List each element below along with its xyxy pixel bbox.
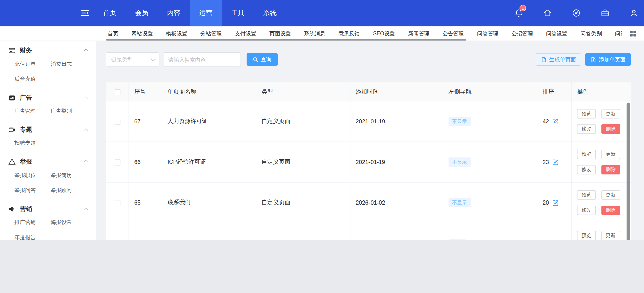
sidebar-item[interactable]: 后台充值	[14, 75, 51, 83]
sub-tab-3[interactable]: 模板设置	[166, 30, 187, 37]
nav-item-2[interactable]: 会员	[126, 0, 158, 26]
preview-button[interactable]: 预览	[577, 150, 596, 159]
edit-icon[interactable]	[552, 199, 559, 206]
actions-cell: 预览更新修改删除	[572, 182, 631, 223]
row-checkbox[interactable]	[115, 160, 120, 166]
sidebar-item[interactable]: 充值订单	[14, 60, 51, 68]
grid-menu-icon[interactable]	[629, 30, 637, 39]
seq-cell: 61	[129, 223, 162, 240]
sidebar-item[interactable]: 招聘专题	[14, 140, 51, 147]
sidebar-item[interactable]: 广告类别	[51, 107, 96, 115]
edit-icon[interactable]	[552, 118, 559, 125]
nav-item-6[interactable]: 系统	[254, 0, 286, 26]
update-button[interactable]: 更新	[601, 150, 620, 159]
vertical-scrollbar[interactable]	[627, 103, 630, 240]
preview-button[interactable]: 预览	[577, 231, 596, 240]
sub-tab-14[interactable]: 问答设置	[546, 30, 567, 37]
chevron-up-icon	[84, 207, 88, 212]
sidebar-sections: 财务充值订单消费日志后台充值AD广告广告管理广告类别专题招聘专题举报举报职位举报…	[0, 40, 96, 240]
sub-tab-9[interactable]: SEO设置	[373, 30, 395, 37]
modify-button[interactable]: 修改	[577, 165, 596, 174]
briefcase-button[interactable]	[600, 8, 610, 19]
row-checkbox[interactable]	[115, 119, 120, 125]
preview-button[interactable]: 预览	[577, 109, 596, 118]
sidebar-section-items: 招聘专题	[0, 137, 96, 147]
chevron-up-icon	[84, 128, 88, 133]
row-checkbox-cell	[106, 101, 129, 142]
sub-tab-15[interactable]: 问答类别	[581, 30, 602, 37]
type-cell: 自定义页面	[256, 223, 350, 240]
row-checkbox[interactable]	[115, 200, 120, 206]
header-checkbox[interactable]	[115, 89, 120, 95]
sub-tab-12[interactable]: 问答管理	[477, 30, 498, 37]
sidebar-item[interactable]: 举报顾问	[51, 187, 96, 194]
sub-tab-1[interactable]: 首页	[107, 30, 118, 37]
nav-item-3[interactable]: 内容	[158, 0, 190, 26]
search-input[interactable]	[163, 52, 241, 66]
sub-tab-5[interactable]: 支付设置	[235, 30, 256, 37]
table-row: 66ICP经营许可证自定义页面2021-01-19不显示23预览更新修改删除	[106, 142, 631, 182]
search-icon	[253, 57, 258, 62]
sub-tab-4[interactable]: 分站管理	[200, 30, 222, 37]
sub-tab-13[interactable]: 公招管理	[512, 30, 533, 37]
home-button[interactable]	[542, 8, 553, 19]
sidebar-item[interactable]: 举报职位	[14, 172, 51, 179]
sidebar-item[interactable]: 举报问答	[14, 187, 51, 194]
sub-tab-6[interactable]: 页面设置	[269, 30, 291, 37]
sidebar-section-header[interactable]: 专题	[0, 122, 96, 137]
table-row: 67人力资源许可证自定义页面2021-01-19不显示42预览更新修改删除	[106, 101, 631, 142]
horizontal-scrollbar[interactable]	[106, 39, 467, 41]
sidebar-section-header[interactable]: 营销	[0, 202, 96, 216]
nav-item-1[interactable]: 首页	[94, 0, 126, 26]
sidebar-item[interactable]: 消费日志	[51, 60, 96, 68]
sidebar-section-items: 广告管理广告类别	[0, 105, 96, 115]
edit-icon[interactable]	[552, 240, 559, 240]
notification-badge: 1	[520, 5, 526, 12]
nav-item-5[interactable]: 工具	[222, 0, 254, 26]
added-time-cell: 2021-01-19	[350, 142, 443, 182]
user-button[interactable]	[629, 8, 639, 19]
sub-tab-2[interactable]: 网站设置	[131, 30, 153, 37]
type-cell: 自定义页面	[256, 182, 350, 223]
delete-button[interactable]: 删除	[601, 165, 620, 174]
update-button[interactable]: 更新	[601, 109, 620, 118]
generate-page-button[interactable]: 生成单页面	[536, 53, 581, 66]
sub-tab-11[interactable]: 公告管理	[443, 30, 464, 37]
sub-tab-16[interactable]: 问答搜索	[615, 30, 622, 37]
chevron-up-icon	[84, 160, 88, 165]
add-page-button[interactable]: 添加单页面	[585, 53, 631, 66]
sidebar-section-items: 举报职位举报简历举报问答举报顾问	[0, 169, 96, 194]
link-type-select[interactable]: 链接类型	[106, 52, 160, 66]
sub-tab-8[interactable]: 意见反馈	[339, 30, 360, 37]
sidebar-item[interactable]: 广告管理	[14, 107, 51, 115]
sidebar-section-header[interactable]: 举报	[0, 154, 96, 169]
search-button[interactable]: 查询	[247, 53, 278, 66]
sidebar-item[interactable]: 推广营销	[14, 219, 51, 226]
admin-app: 首页会员内容运营工具系统 1 首页网站设置模板设置分站管理支付设置页面设置系统消…	[0, 0, 644, 240]
svg-text:AD: AD	[10, 96, 14, 100]
sidebar-section-header[interactable]: AD广告	[0, 90, 96, 105]
type-cell: 自定义页面	[256, 142, 350, 182]
preview-button[interactable]: 预览	[577, 190, 596, 200]
sidebar-item[interactable]: 年度报告	[14, 234, 51, 240]
compass-button[interactable]	[571, 8, 582, 19]
sidebar-item[interactable]: 海报设置	[51, 219, 96, 226]
pages-table: 序号单页面名称类型添加时间左侧导航排序操作 67人力资源许可证自定义页面2021…	[106, 82, 631, 240]
nav-item-4[interactable]: 运营	[190, 0, 222, 26]
modify-button[interactable]: 修改	[577, 206, 596, 215]
sidebar-section-title: 专题	[20, 126, 84, 134]
edit-icon[interactable]	[552, 158, 559, 166]
sidebar-item[interactable]: 举报简历	[51, 172, 96, 179]
delete-button[interactable]: 删除	[601, 206, 620, 215]
update-button[interactable]: 更新	[601, 190, 620, 200]
modify-button[interactable]: 修改	[577, 124, 596, 134]
update-button[interactable]: 更新	[601, 231, 620, 240]
delete-button[interactable]: 删除	[601, 124, 620, 134]
finance-icon	[8, 46, 16, 54]
menu-fold-icon[interactable]	[80, 8, 91, 19]
sidebar-section-header[interactable]: 财务	[0, 43, 96, 58]
bell-button[interactable]: 1	[513, 8, 524, 19]
video-icon	[8, 126, 16, 134]
sub-tab-7[interactable]: 系统消息	[304, 30, 325, 37]
sub-tab-10[interactable]: 新闻管理	[408, 30, 429, 37]
